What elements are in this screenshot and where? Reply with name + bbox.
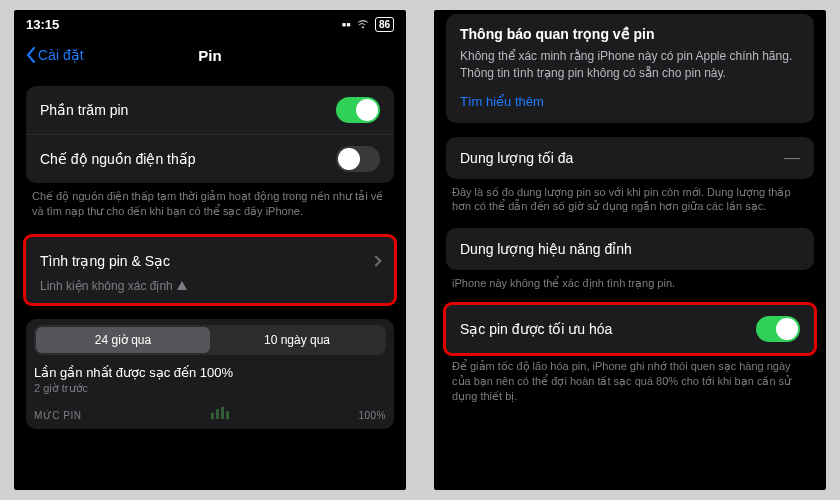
row-label: Chế độ nguồn điện thấp: [40, 151, 196, 167]
peak-perf-card[interactable]: Dung lượng hiệu năng đỉnh: [446, 228, 814, 270]
battery-percentage-toggle[interactable]: [336, 97, 380, 123]
usage-card: 24 giờ qua 10 ngày qua Lần gần nhất được…: [26, 319, 394, 429]
battery-toggles-card: Phần trăm pin Chế độ nguồn điện thấp: [26, 86, 394, 183]
low-power-footnote: Chế độ nguồn điện thấp tạm thời giảm hoạ…: [26, 183, 394, 219]
row-label: Sạc pin được tối ưu hóa: [460, 321, 612, 337]
max-capacity-card[interactable]: Dung lượng tối đa —: [446, 137, 814, 179]
right-screen: Thông báo quan trọng về pin Không thể xá…: [434, 10, 826, 490]
optimized-charging-toggle[interactable]: [756, 316, 800, 342]
row-label: Phần trăm pin: [40, 102, 128, 118]
status-time: 13:15: [26, 17, 59, 32]
learn-more-link[interactable]: Tìm hiểu thêm: [446, 90, 814, 123]
signal-icon: ▪▪: [342, 17, 351, 32]
battery-health-card[interactable]: Tình trạng pin & Sạc Linh kiện không xác…: [26, 237, 394, 303]
wifi-icon: [356, 17, 370, 32]
optimized-charging-footnote: Để giảm tốc độ lão hóa pin, iPhone ghi n…: [446, 353, 814, 404]
left-screen: 13:15 ▪▪ 86 Cài đặt Pin Phần trăm pin Ch…: [14, 10, 406, 490]
warning-icon: [177, 281, 187, 290]
battery-notice-card: Thông báo quan trọng về pin Không thể xá…: [446, 14, 814, 123]
notice-body: Không thể xác minh rằng iPhone này có pi…: [446, 48, 814, 90]
nav-bar: Cài đặt Pin: [26, 38, 394, 72]
low-power-toggle[interactable]: [336, 146, 380, 172]
segment-10d[interactable]: 10 ngày qua: [210, 327, 384, 353]
row-label: Tình trạng pin & Sạc: [40, 253, 170, 269]
battery-health-sub: Linh kiện không xác định: [26, 279, 394, 303]
peak-perf-row[interactable]: Dung lượng hiệu năng đỉnh: [446, 228, 814, 270]
last-charge-label: Lần gần nhất được sạc đến 100%: [34, 365, 386, 380]
max-capacity-row[interactable]: Dung lượng tối đa —: [446, 137, 814, 179]
battery-level-section: MỨC PIN 100%: [34, 407, 386, 421]
battery-icon: 86: [375, 17, 394, 32]
optimized-charging-card[interactable]: Sạc pin được tối ưu hóa: [446, 305, 814, 353]
status-bar: 13:15 ▪▪ 86: [26, 10, 394, 38]
battery-percentage-row[interactable]: Phần trăm pin: [26, 86, 394, 134]
low-power-mode-row[interactable]: Chế độ nguồn điện thấp: [26, 134, 394, 183]
optimized-charging-row[interactable]: Sạc pin được tối ưu hóa: [446, 305, 814, 353]
max-capacity-value: —: [784, 149, 800, 167]
chevron-right-icon: [370, 256, 381, 267]
time-range-segment[interactable]: 24 giờ qua 10 ngày qua: [34, 325, 386, 355]
row-label: Dung lượng hiệu năng đỉnh: [460, 241, 632, 257]
back-button[interactable]: Cài đặt: [26, 47, 84, 63]
notice-title: Thông báo quan trọng về pin: [446, 14, 814, 48]
row-label: Dung lượng tối đa: [460, 150, 573, 166]
segment-24h[interactable]: 24 giờ qua: [36, 327, 210, 353]
battery-health-row[interactable]: Tình trạng pin & Sạc: [26, 237, 394, 279]
max-capacity-footnote: Đây là số đo dung lượng pin so với khi p…: [446, 179, 814, 215]
last-charge-sub: 2 giờ trước: [34, 382, 386, 395]
peak-perf-footnote: iPhone này không thể xác định tình trạng…: [446, 270, 814, 291]
